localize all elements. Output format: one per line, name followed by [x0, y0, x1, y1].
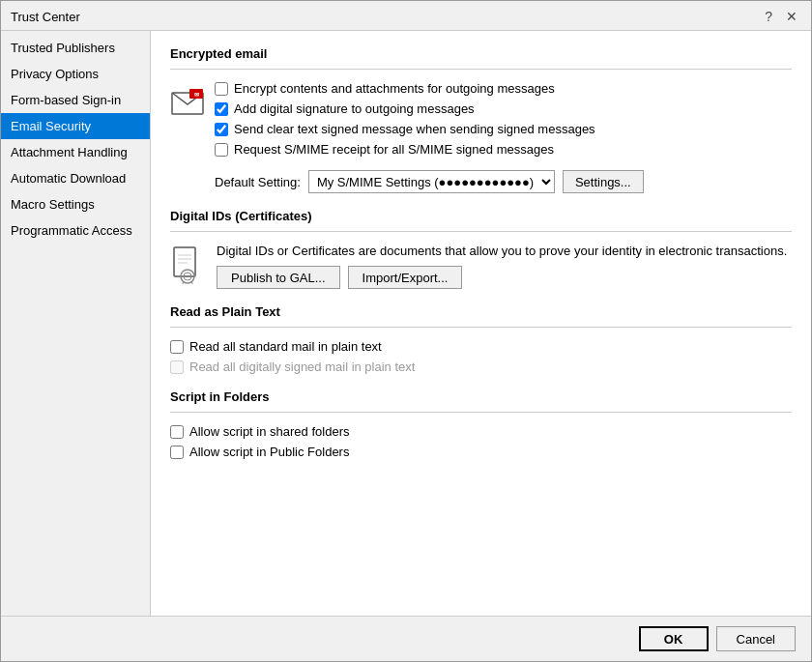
dialog-body: Trusted Publishers Privacy Options Form-… — [1, 31, 811, 616]
request-smime-row: Request S/MIME receipt for all S/MIME si… — [215, 142, 644, 157]
email-icon: ✉ — [170, 85, 205, 120]
digital-ids-inner: Digital IDs or Certificates are document… — [170, 244, 792, 289]
digital-ids-divider — [170, 231, 792, 232]
sidebar-item-automatic-download[interactable]: Automatic Download — [1, 165, 150, 191]
plain-text-checkboxes: Read all standard mail in plain text Rea… — [170, 339, 792, 374]
encrypted-email-divider — [170, 69, 792, 70]
read-digitally-signed-label: Read all digitally signed mail in plain … — [189, 360, 415, 374]
main-content: Encrypted email ✉ — [151, 31, 811, 616]
sidebar-item-form-based-sign-in[interactable]: Form-based Sign-in — [1, 87, 150, 113]
read-digitally-signed-checkbox — [170, 360, 184, 374]
script-in-folders-divider — [170, 412, 792, 413]
import-export-button[interactable]: Import/Export... — [348, 266, 463, 289]
dialog-footer: OK Cancel — [1, 616, 811, 661]
sidebar-item-privacy-options[interactable]: Privacy Options — [1, 61, 150, 87]
cancel-button[interactable]: Cancel — [716, 626, 796, 651]
digital-ids-section: Digital IDs (Certificates) — [170, 209, 792, 289]
plain-text-title: Read as Plain Text — [170, 304, 792, 319]
allow-script-shared-checkbox[interactable] — [170, 425, 184, 439]
script-checkboxes: Allow script in shared folders Allow scr… — [170, 424, 792, 459]
allow-script-public-row: Allow script in Public Folders — [170, 445, 792, 459]
send-clear-text-row: Send clear text signed message when send… — [215, 122, 644, 136]
sidebar: Trusted Publishers Privacy Options Form-… — [1, 31, 151, 616]
add-digital-signature-label[interactable]: Add digital signature to outgoing messag… — [234, 101, 475, 116]
read-standard-mail-checkbox[interactable] — [170, 340, 184, 354]
request-smime-label[interactable]: Request S/MIME receipt for all S/MIME si… — [234, 142, 554, 157]
encrypt-contents-label[interactable]: Encrypt contents and attachments for out… — [234, 81, 555, 96]
default-setting-label: Default Setting: — [215, 175, 301, 189]
title-bar-controls: ? ✕ — [761, 9, 801, 24]
certificate-icon — [170, 244, 205, 286]
publish-to-gal-button[interactable]: Publish to GAL... — [217, 266, 340, 289]
encrypted-email-section: Encrypted email ✉ — [170, 46, 792, 193]
sidebar-item-programmatic-access[interactable]: Programmatic Access — [1, 217, 150, 244]
digital-ids-text-area: Digital IDs or Certificates are document… — [217, 244, 787, 289]
read-digitally-signed-row: Read all digitally signed mail in plain … — [170, 360, 792, 374]
ok-button[interactable]: OK — [639, 626, 709, 651]
script-in-folders-section: Script in Folders Allow script in shared… — [170, 389, 792, 459]
trust-center-dialog: Trust Center ? ✕ Trusted Publishers Priv… — [0, 0, 812, 662]
sidebar-item-macro-settings[interactable]: Macro Settings — [1, 191, 150, 217]
script-in-folders-title: Script in Folders — [170, 389, 792, 404]
send-clear-text-checkbox[interactable] — [215, 123, 228, 136]
encrypted-email-row: ✉ Encrypt contents and attachments for o… — [170, 81, 792, 193]
sidebar-item-attachment-handling[interactable]: Attachment Handling — [1, 139, 150, 165]
plain-text-divider — [170, 327, 792, 328]
encrypted-email-title: Encrypted email — [170, 46, 792, 61]
digital-ids-buttons: Publish to GAL... Import/Export... — [217, 266, 787, 289]
encrypt-contents-checkbox[interactable] — [215, 82, 228, 96]
title-bar: Trust Center ? ✕ — [1, 1, 811, 31]
read-standard-mail-row: Read all standard mail in plain text — [170, 339, 792, 354]
settings-button[interactable]: Settings... — [563, 170, 644, 193]
digital-ids-description: Digital IDs or Certificates are document… — [217, 244, 787, 258]
smime-settings-select[interactable]: My S/MIME Settings (●●●●●●●●●●●●) — [308, 170, 555, 193]
sidebar-item-email-security[interactable]: Email Security — [1, 113, 150, 139]
sidebar-item-trusted-publishers[interactable]: Trusted Publishers — [1, 35, 150, 61]
plain-text-section: Read as Plain Text Read all standard mai… — [170, 304, 792, 374]
add-digital-signature-checkbox[interactable] — [215, 102, 228, 116]
svg-text:✉: ✉ — [194, 92, 199, 98]
dialog-title: Trust Center — [11, 10, 80, 24]
allow-script-shared-label[interactable]: Allow script in shared folders — [189, 424, 349, 439]
default-setting-row: Default Setting: My S/MIME Settings (●●●… — [215, 170, 644, 193]
close-button[interactable]: ✕ — [782, 9, 801, 24]
request-smime-checkbox[interactable] — [215, 143, 228, 157]
allow-script-shared-row: Allow script in shared folders — [170, 424, 792, 439]
encrypt-contents-row: Encrypt contents and attachments for out… — [215, 81, 644, 96]
read-standard-mail-label[interactable]: Read all standard mail in plain text — [189, 339, 382, 354]
checkboxes-area: Encrypt contents and attachments for out… — [215, 81, 644, 193]
allow-script-public-label[interactable]: Allow script in Public Folders — [189, 445, 349, 459]
send-clear-text-label[interactable]: Send clear text signed message when send… — [234, 122, 595, 136]
add-digital-signature-row: Add digital signature to outgoing messag… — [215, 101, 644, 116]
help-button[interactable]: ? — [761, 9, 776, 24]
allow-script-public-checkbox[interactable] — [170, 446, 184, 459]
digital-ids-title: Digital IDs (Certificates) — [170, 209, 792, 223]
